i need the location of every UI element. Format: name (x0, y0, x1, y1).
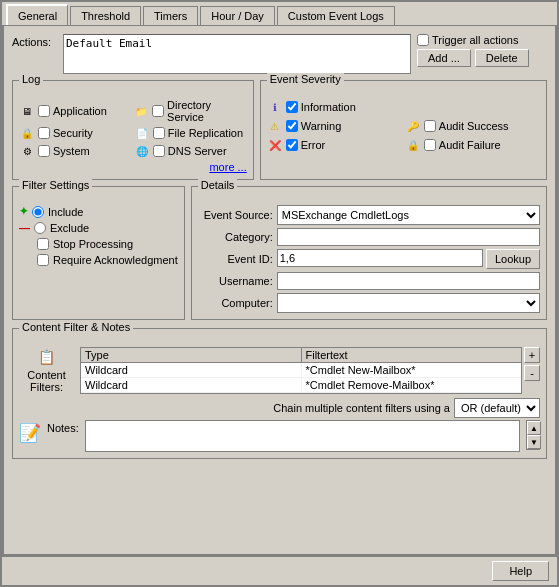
log-sys-checkbox[interactable] (38, 145, 50, 157)
severity-information: ℹ Information (267, 99, 540, 115)
cf-filtertext-1: *Cmdlet Remove-Mailbox* (302, 378, 522, 392)
log-item-security: 🔒 Security (19, 125, 132, 141)
cf-col-filtertext: Filtertext (302, 348, 522, 362)
warning-checkbox[interactable] (286, 120, 298, 132)
log-file-icon: 📄 (134, 125, 150, 141)
btn-row: Add ... Delete (417, 49, 547, 67)
cf-type-0: Wildcard (81, 363, 302, 377)
category-label: Category: (198, 231, 273, 243)
error-label: Error (301, 139, 325, 151)
details-group-label: Details (198, 179, 238, 191)
log-file-checkbox[interactable] (153, 127, 165, 139)
more-link[interactable]: more ... (19, 161, 247, 173)
severity-group: Event Severity ℹ Information ⚠ Warning (260, 80, 547, 180)
details-grid: Event Source: MSExchange CmdletLogs Cate… (198, 205, 540, 313)
audit-failure-label: Audit Failure (439, 139, 501, 151)
log-dns-label: DNS Server (168, 145, 227, 157)
audit-failure-checkbox[interactable] (424, 139, 436, 151)
cf-col-type: Type (81, 348, 302, 362)
trigger-all-checkbox[interactable] (417, 34, 429, 46)
warning-icon: ⚠ (267, 118, 283, 134)
chain-select[interactable]: OR (default) AND (454, 398, 540, 418)
cf-add-button[interactable]: + (524, 347, 540, 363)
detail-username: Username: (198, 272, 540, 290)
severity-error: ❌ Error (267, 137, 402, 153)
username-input[interactable] (277, 272, 540, 290)
content-filter-group: Content Filter & Notes 📋 ContentFilters:… (12, 328, 547, 459)
include-icon: ✦ (19, 205, 28, 218)
filter-group-label: Filter Settings (19, 179, 92, 191)
log-sec-checkbox[interactable] (38, 127, 50, 139)
exclude-label: Exclude (50, 222, 89, 234)
actions-label: Actions: (12, 34, 57, 48)
info-checkbox[interactable] (286, 101, 298, 113)
actions-row: Actions: Default Email Trigger all actio… (12, 34, 547, 74)
trigger-all-label: Trigger all actions (432, 34, 518, 46)
exclude-radio[interactable] (34, 222, 46, 234)
require-ack-checkbox[interactable] (37, 254, 49, 266)
log-dir-checkbox[interactable] (152, 105, 164, 117)
log-severity-row: Log 🖥 Application 📁 Directory Service 🔒 (12, 80, 547, 180)
add-button[interactable]: Add ... (417, 49, 471, 67)
error-icon: ❌ (267, 137, 283, 153)
detail-category: Category: (198, 228, 540, 246)
filter-require-ack: Require Acknowledgment (19, 254, 178, 266)
log-sec-label: Security (53, 127, 93, 139)
table-row[interactable]: Wildcard *Cmdlet Remove-Mailbox* (81, 378, 521, 393)
content-filter-label-area: 📋 ContentFilters: (19, 347, 74, 394)
info-icon: ℹ (267, 99, 283, 115)
log-item-directory: 📁 Directory Service (134, 99, 247, 123)
detail-event-source: Event Source: MSExchange CmdletLogs (198, 205, 540, 225)
tab-hour-day[interactable]: Hour / Day (200, 6, 275, 25)
notes-input[interactable] (85, 420, 520, 452)
log-group: Log 🖥 Application 📁 Directory Service 🔒 (12, 80, 254, 180)
stop-processing-checkbox[interactable] (37, 238, 49, 250)
notes-scrollbar: ▲ ▼ (526, 420, 540, 450)
error-checkbox[interactable] (286, 139, 298, 151)
log-items: 🖥 Application 📁 Directory Service 🔒 Secu… (19, 99, 247, 159)
detail-event-id: Event ID: Lookup (198, 249, 540, 269)
log-dir-label: Directory Service (167, 99, 247, 123)
content-filter-icon: 📋 (37, 347, 57, 367)
exclude-icon: — (19, 222, 30, 234)
help-button[interactable]: Help (492, 561, 549, 581)
content-filter-group-label: Content Filter & Notes (19, 321, 133, 333)
event-source-select[interactable]: MSExchange CmdletLogs (277, 205, 540, 225)
audit-success-checkbox[interactable] (424, 120, 436, 132)
log-sec-icon: 🔒 (19, 125, 35, 141)
info-label: Information (301, 101, 356, 113)
category-input[interactable] (277, 228, 540, 246)
cf-remove-button[interactable]: - (524, 365, 540, 381)
actions-textarea[interactable]: Default Email (63, 34, 411, 74)
filter-items: ✦ Include — Exclude Stop Processing (19, 205, 178, 266)
event-id-label: Event ID: (198, 253, 273, 265)
log-file-label: File Replication (168, 127, 243, 139)
include-radio[interactable] (32, 206, 44, 218)
log-dns-icon: 🌐 (134, 143, 150, 159)
filter-exclude: — Exclude (19, 222, 178, 234)
notes-row: 📝 Notes: ▲ ▼ (19, 420, 540, 452)
log-sys-icon: ⚙ (19, 143, 35, 159)
computer-select[interactable] (277, 293, 540, 313)
notes-scroll-up[interactable]: ▲ (527, 421, 541, 435)
lookup-button[interactable]: Lookup (486, 249, 540, 269)
bottom-bar: Help (2, 556, 557, 585)
log-dns-checkbox[interactable] (153, 145, 165, 157)
severity-group-label: Event Severity (267, 73, 344, 85)
cf-table-body: Wildcard *Cmdlet New-Mailbox* Wildcard *… (81, 363, 521, 393)
log-group-label: Log (19, 73, 43, 85)
delete-button[interactable]: Delete (475, 49, 529, 67)
chain-row: Chain multiple content filters using a O… (19, 398, 540, 418)
log-app-checkbox[interactable] (38, 105, 50, 117)
tab-timers[interactable]: Timers (143, 6, 198, 25)
notes-label: Notes: (47, 420, 79, 434)
notes-scroll-down[interactable]: ▼ (527, 435, 541, 449)
audit-success-label: Audit Success (439, 120, 509, 132)
chain-label: Chain multiple content filters using a (273, 402, 450, 414)
tab-threshold[interactable]: Threshold (70, 6, 141, 25)
tab-custom-event-logs[interactable]: Custom Event Logs (277, 6, 395, 25)
tab-general[interactable]: General (6, 4, 68, 25)
table-row[interactable]: Wildcard *Cmdlet New-Mailbox* (81, 363, 521, 378)
log-dir-icon: 📁 (134, 103, 149, 119)
event-id-input[interactable] (277, 249, 483, 267)
